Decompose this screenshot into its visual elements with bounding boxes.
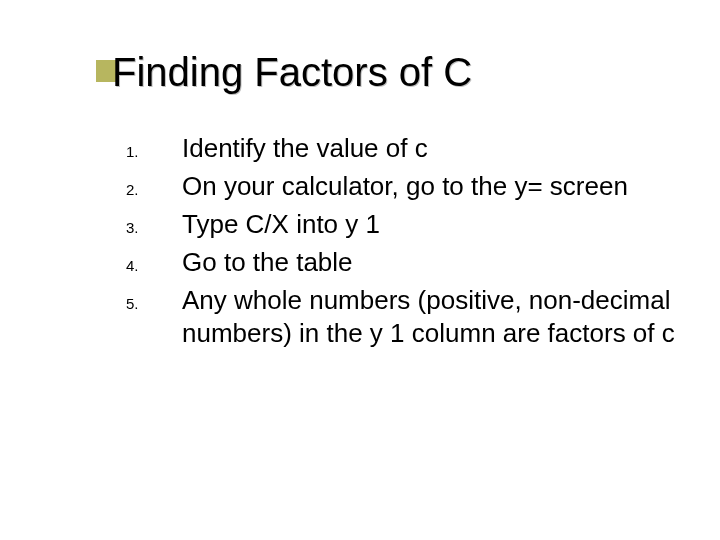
title-block: Finding Factors of C (96, 50, 680, 94)
list-item: 1. Identify the value of c (126, 132, 680, 170)
slide-title: Finding Factors of C (112, 50, 472, 94)
list-item: 3. Type C/X into y 1 (126, 208, 680, 246)
list-number: 4. (126, 246, 182, 284)
list-text: On your calculator, go to the y= screen (182, 170, 628, 203)
list-item: 4. Go to the table (126, 246, 680, 284)
list-item: 2. On your calculator, go to the y= scre… (126, 170, 680, 208)
list-text: Go to the table (182, 246, 353, 279)
list-text: Type C/X into y 1 (182, 208, 380, 241)
slide: Finding Factors of C 1. Identify the val… (0, 0, 720, 540)
list-number: 5. (126, 284, 182, 322)
list-text: Any whole numbers (positive, non-decimal… (182, 284, 680, 351)
list-item: 5. Any whole numbers (positive, non-deci… (126, 284, 680, 351)
list-number: 2. (126, 170, 182, 208)
list-number: 3. (126, 208, 182, 246)
list-text: Identify the value of c (182, 132, 428, 165)
list-number: 1. (126, 132, 182, 170)
ordered-list: 1. Identify the value of c 2. On your ca… (126, 132, 680, 351)
